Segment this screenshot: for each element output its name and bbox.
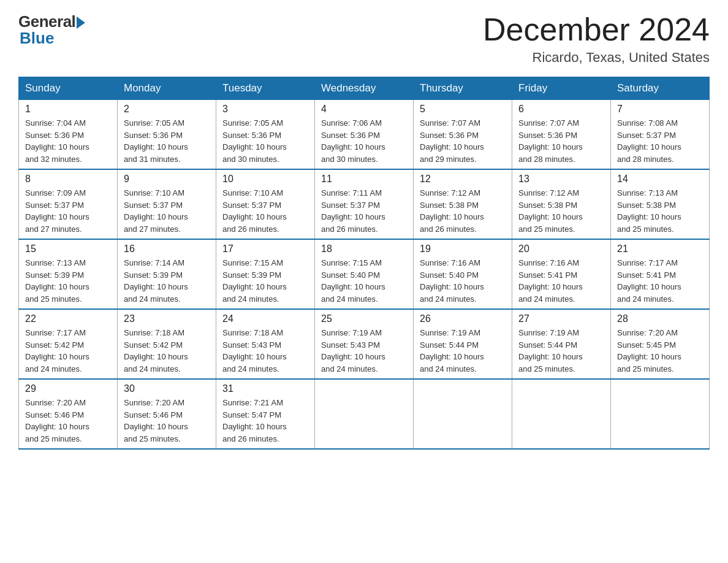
- calendar-cell: [611, 379, 710, 449]
- day-info: Sunrise: 7:06 AM Sunset: 5:36 PM Dayligh…: [321, 117, 407, 165]
- calendar-body: 1Sunrise: 7:04 AM Sunset: 5:36 PM Daylig…: [19, 100, 710, 450]
- day-number: 17: [222, 243, 308, 255]
- logo: General Blue: [18, 12, 85, 48]
- day-info: Sunrise: 7:16 AM Sunset: 5:40 PM Dayligh…: [420, 257, 506, 305]
- calendar-cell: 28Sunrise: 7:20 AM Sunset: 5:45 PM Dayli…: [611, 309, 710, 379]
- day-number: 16: [124, 243, 210, 255]
- calendar-cell: 29Sunrise: 7:20 AM Sunset: 5:46 PM Dayli…: [19, 379, 118, 449]
- day-number: 29: [25, 383, 111, 394]
- calendar-cell: 25Sunrise: 7:19 AM Sunset: 5:43 PM Dayli…: [315, 309, 414, 379]
- column-header-tuesday: Tuesday: [216, 77, 315, 100]
- calendar-cell: 4Sunrise: 7:06 AM Sunset: 5:36 PM Daylig…: [315, 100, 414, 170]
- calendar-cell: 8Sunrise: 7:09 AM Sunset: 5:37 PM Daylig…: [19, 169, 118, 239]
- calendar-cell: 24Sunrise: 7:18 AM Sunset: 5:43 PM Dayli…: [216, 309, 315, 379]
- day-info: Sunrise: 7:05 AM Sunset: 5:36 PM Dayligh…: [222, 117, 308, 165]
- calendar-header: SundayMondayTuesdayWednesdayThursdayFrid…: [19, 77, 710, 100]
- day-number: 14: [617, 174, 703, 185]
- day-number: 21: [617, 243, 703, 255]
- column-header-monday: Monday: [118, 77, 216, 100]
- calendar-week-3: 15Sunrise: 7:13 AM Sunset: 5:39 PM Dayli…: [19, 239, 710, 309]
- calendar-cell: 13Sunrise: 7:12 AM Sunset: 5:38 PM Dayli…: [512, 169, 611, 239]
- day-info: Sunrise: 7:09 AM Sunset: 5:37 PM Dayligh…: [25, 187, 111, 235]
- day-info: Sunrise: 7:15 AM Sunset: 5:40 PM Dayligh…: [321, 257, 407, 305]
- day-info: Sunrise: 7:19 AM Sunset: 5:44 PM Dayligh…: [518, 327, 604, 375]
- day-number: 15: [25, 243, 111, 255]
- day-number: 20: [518, 243, 604, 255]
- calendar-cell: 21Sunrise: 7:17 AM Sunset: 5:41 PM Dayli…: [611, 239, 710, 309]
- month-title: December 2024: [483, 12, 710, 47]
- calendar-table: SundayMondayTuesdayWednesdayThursdayFrid…: [18, 77, 710, 450]
- day-number: 25: [321, 313, 407, 324]
- calendar-cell: 16Sunrise: 7:14 AM Sunset: 5:39 PM Dayli…: [118, 239, 216, 309]
- location-title: Ricardo, Texas, United States: [483, 50, 710, 66]
- day-info: Sunrise: 7:12 AM Sunset: 5:38 PM Dayligh…: [518, 187, 604, 235]
- calendar-cell: 2Sunrise: 7:05 AM Sunset: 5:36 PM Daylig…: [118, 100, 216, 170]
- calendar-cell: 6Sunrise: 7:07 AM Sunset: 5:36 PM Daylig…: [512, 100, 611, 170]
- calendar-week-4: 22Sunrise: 7:17 AM Sunset: 5:42 PM Dayli…: [19, 309, 710, 379]
- day-number: 5: [420, 104, 506, 115]
- day-number: 22: [25, 313, 111, 324]
- calendar-cell: 3Sunrise: 7:05 AM Sunset: 5:36 PM Daylig…: [216, 100, 315, 170]
- calendar-cell: 14Sunrise: 7:13 AM Sunset: 5:38 PM Dayli…: [611, 169, 710, 239]
- day-info: Sunrise: 7:20 AM Sunset: 5:46 PM Dayligh…: [25, 397, 111, 445]
- calendar-cell: 10Sunrise: 7:10 AM Sunset: 5:37 PM Dayli…: [216, 169, 315, 239]
- day-number: 13: [518, 174, 604, 185]
- day-number: 8: [25, 174, 111, 185]
- day-number: 11: [321, 174, 407, 185]
- day-info: Sunrise: 7:17 AM Sunset: 5:42 PM Dayligh…: [25, 327, 111, 375]
- logo-blue-text: Blue: [20, 29, 54, 48]
- day-info: Sunrise: 7:14 AM Sunset: 5:39 PM Dayligh…: [124, 257, 210, 305]
- calendar-cell: 20Sunrise: 7:16 AM Sunset: 5:41 PM Dayli…: [512, 239, 611, 309]
- day-number: 2: [124, 104, 210, 115]
- day-info: Sunrise: 7:17 AM Sunset: 5:41 PM Dayligh…: [617, 257, 703, 305]
- day-info: Sunrise: 7:13 AM Sunset: 5:39 PM Dayligh…: [25, 257, 111, 305]
- calendar-cell: 26Sunrise: 7:19 AM Sunset: 5:44 PM Dayli…: [414, 309, 512, 379]
- day-info: Sunrise: 7:18 AM Sunset: 5:42 PM Dayligh…: [124, 327, 210, 375]
- day-number: 30: [124, 383, 210, 394]
- day-info: Sunrise: 7:11 AM Sunset: 5:37 PM Dayligh…: [321, 187, 407, 235]
- day-number: 23: [124, 313, 210, 324]
- title-block: December 2024 Ricardo, Texas, United Sta…: [483, 12, 710, 66]
- calendar-cell: 31Sunrise: 7:21 AM Sunset: 5:47 PM Dayli…: [216, 379, 315, 449]
- day-info: Sunrise: 7:16 AM Sunset: 5:41 PM Dayligh…: [518, 257, 604, 305]
- calendar-week-1: 1Sunrise: 7:04 AM Sunset: 5:36 PM Daylig…: [19, 100, 710, 170]
- day-number: 26: [420, 313, 506, 324]
- day-info: Sunrise: 7:19 AM Sunset: 5:43 PM Dayligh…: [321, 327, 407, 375]
- column-header-saturday: Saturday: [611, 77, 710, 100]
- calendar-cell: 5Sunrise: 7:07 AM Sunset: 5:36 PM Daylig…: [414, 100, 512, 170]
- column-header-sunday: Sunday: [19, 77, 118, 100]
- day-info: Sunrise: 7:20 AM Sunset: 5:45 PM Dayligh…: [617, 327, 703, 375]
- day-number: 4: [321, 104, 407, 115]
- calendar-cell: [315, 379, 414, 449]
- calendar-cell: 1Sunrise: 7:04 AM Sunset: 5:36 PM Daylig…: [19, 100, 118, 170]
- calendar-week-2: 8Sunrise: 7:09 AM Sunset: 5:37 PM Daylig…: [19, 169, 710, 239]
- page-header: General Blue December 2024 Ricardo, Texa…: [18, 12, 710, 66]
- day-number: 31: [222, 383, 308, 394]
- day-number: 27: [518, 313, 604, 324]
- calendar-cell: [512, 379, 611, 449]
- day-number: 1: [25, 104, 111, 115]
- calendar-week-5: 29Sunrise: 7:20 AM Sunset: 5:46 PM Dayli…: [19, 379, 710, 449]
- day-number: 18: [321, 243, 407, 255]
- day-info: Sunrise: 7:07 AM Sunset: 5:36 PM Dayligh…: [420, 117, 506, 165]
- calendar-cell: 17Sunrise: 7:15 AM Sunset: 5:39 PM Dayli…: [216, 239, 315, 309]
- calendar-cell: 18Sunrise: 7:15 AM Sunset: 5:40 PM Dayli…: [315, 239, 414, 309]
- calendar-cell: 7Sunrise: 7:08 AM Sunset: 5:37 PM Daylig…: [611, 100, 710, 170]
- day-info: Sunrise: 7:19 AM Sunset: 5:44 PM Dayligh…: [420, 327, 506, 375]
- calendar-cell: 12Sunrise: 7:12 AM Sunset: 5:38 PM Dayli…: [414, 169, 512, 239]
- day-info: Sunrise: 7:05 AM Sunset: 5:36 PM Dayligh…: [124, 117, 210, 165]
- day-info: Sunrise: 7:10 AM Sunset: 5:37 PM Dayligh…: [124, 187, 210, 235]
- day-number: 7: [617, 104, 703, 115]
- calendar-cell: 23Sunrise: 7:18 AM Sunset: 5:42 PM Dayli…: [118, 309, 216, 379]
- day-number: 28: [617, 313, 703, 324]
- day-number: 12: [420, 174, 506, 185]
- column-header-friday: Friday: [512, 77, 611, 100]
- calendar-cell: 9Sunrise: 7:10 AM Sunset: 5:37 PM Daylig…: [118, 169, 216, 239]
- day-info: Sunrise: 7:20 AM Sunset: 5:46 PM Dayligh…: [124, 397, 210, 445]
- day-number: 6: [518, 104, 604, 115]
- day-info: Sunrise: 7:08 AM Sunset: 5:37 PM Dayligh…: [617, 117, 703, 165]
- calendar-cell: [414, 379, 512, 449]
- day-number: 24: [222, 313, 308, 324]
- column-header-thursday: Thursday: [414, 77, 512, 100]
- day-info: Sunrise: 7:10 AM Sunset: 5:37 PM Dayligh…: [222, 187, 308, 235]
